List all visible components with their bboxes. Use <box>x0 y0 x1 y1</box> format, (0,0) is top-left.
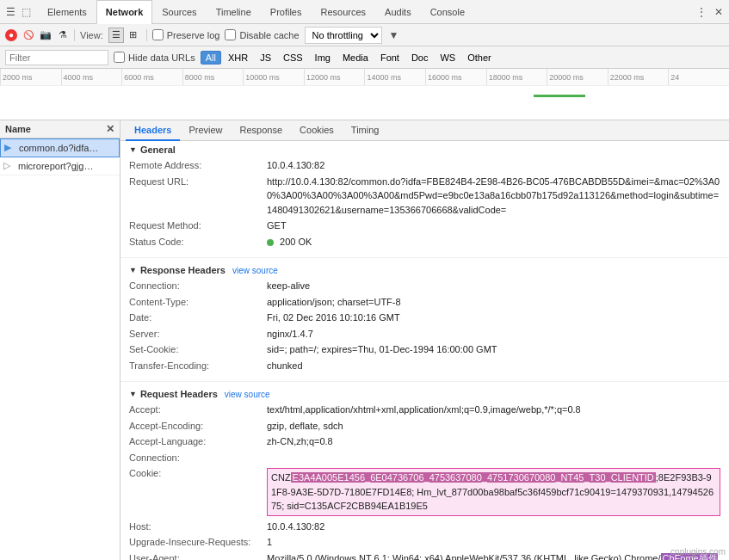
resp-date-row: Date: Fri, 02 Dec 2016 10:10:16 GMT <box>129 311 720 325</box>
cookie-highlighted-block: CNZE3A4A005E1456_6E04736706_4753637080_4… <box>267 468 720 516</box>
devtools-pointer-icon[interactable]: ☰ <box>3 5 17 19</box>
throttle-dropdown-icon[interactable]: ▼ <box>387 28 401 42</box>
tick-4: 8000 ms <box>182 69 244 85</box>
resp-server-row: Server: nginx/1.4.7 <box>129 327 720 342</box>
remote-address-label: Remote Address: <box>129 158 267 173</box>
throttle-select[interactable]: No throttling <box>305 27 382 44</box>
tab-profiles[interactable]: Profiles <box>261 0 312 24</box>
devtools-cursor-icon[interactable]: ⬚ <box>19 5 33 19</box>
tick-6: 12000 ms <box>304 69 365 85</box>
req-accept-value: text/html,application/xhtml+xml,applicat… <box>267 403 581 417</box>
network-toolbar: ● 🚫 📷 ⚗ View: ☰ ⊞ Preserve log Disable c… <box>0 24 729 46</box>
remote-address-row: Remote Address: 10.0.4.130:82 <box>129 158 720 173</box>
resp-transfer-encoding-value: chunked <box>267 359 303 373</box>
req-user-agent-row: User-Agent: Mozilla/5.0 (Windows NT 6.1;… <box>129 551 720 561</box>
req-host-value: 10.0.4.130:82 <box>267 520 324 534</box>
tab-console[interactable]: Console <box>421 0 474 24</box>
resp-connection-row: Connection: keep-alive <box>129 279 720 293</box>
filter-input[interactable] <box>5 50 108 65</box>
request-url-row: Request URL: http://10.0.4.130:82/common… <box>129 175 720 218</box>
tick-12: 24 <box>668 69 729 85</box>
disable-cache-checkbox[interactable] <box>225 29 236 40</box>
req-accept-language-label: Accept-Language: <box>129 434 267 449</box>
hide-data-urls-label: Hide data URLs <box>128 52 195 63</box>
req-accept-language-row: Accept-Language: zh-CN,zh;q=0.8 <box>129 434 720 449</box>
cookie-pre: CNZ <box>271 472 291 483</box>
resp-transfer-encoding-label: Transfer-Encoding: <box>129 359 267 373</box>
request-headers-header[interactable]: ▼ Request Headers view source <box>129 389 720 399</box>
filter-doc[interactable]: Doc <box>406 51 434 65</box>
tab-sources[interactable]: Sources <box>152 0 206 24</box>
detail-tab-headers[interactable]: Headers <box>126 120 180 141</box>
req-connection-label: Connection: <box>129 451 267 465</box>
more-options-icon[interactable]: ⋮ <box>695 5 708 19</box>
response-headers-header[interactable]: ▼ Response Headers view source <box>129 265 720 275</box>
response-headers-view-source[interactable]: view source <box>232 266 278 275</box>
timeline-area: 2000 ms 4000 ms 6000 ms 8000 ms 10000 ms… <box>0 69 729 120</box>
filter-media[interactable]: Media <box>337 51 374 65</box>
preserve-log-checkbox[interactable] <box>152 29 164 40</box>
file-item-0[interactable]: ▶ common.do?idfa… <box>0 138 120 157</box>
request-headers-view-source[interactable]: view source <box>225 390 270 399</box>
tick-7: 14000 ms <box>364 69 425 85</box>
resp-content-type-row: Content-Type: application/json; charset=… <box>129 295 720 310</box>
file-name-1: microreport?gjg… <box>18 161 93 171</box>
req-connection-row: Connection: <box>129 451 720 465</box>
req-host-label: Host: <box>129 520 267 534</box>
tick-9: 18000 ms <box>486 69 547 85</box>
general-section-header[interactable]: ▼ General <box>129 145 720 155</box>
request-url-value: http://10.0.4.130:82/common.do?idfa=FBE8… <box>267 175 720 218</box>
filter-css[interactable]: CSS <box>278 51 308 65</box>
detail-tab-timing[interactable]: Timing <box>343 120 388 141</box>
tick-1: 2000 ms <box>0 69 61 85</box>
request-headers-triangle: ▼ <box>129 390 137 398</box>
req-cookie-value: CNZE3A4A005E1456_6E04736706_4753637080_4… <box>267 466 720 518</box>
divider-1 <box>120 257 729 258</box>
clear-button[interactable]: 🚫 <box>22 29 34 41</box>
request-url-label: Request URL: <box>129 175 267 218</box>
view-grid-icon[interactable]: ⊞ <box>126 28 141 43</box>
filter-all[interactable]: All <box>201 51 221 65</box>
tab-resources[interactable]: Resources <box>311 0 375 24</box>
filter-ws[interactable]: WS <box>435 51 460 65</box>
close-detail-icon[interactable]: ✕ <box>106 123 114 135</box>
corner-icons: ⋮ ✕ <box>695 5 726 19</box>
close-devtools-icon[interactable]: ✕ <box>712 5 726 19</box>
filter-xhr[interactable]: XHR <box>223 51 253 65</box>
camera-icon[interactable]: 📷 <box>40 29 52 41</box>
detail-tab-preview[interactable]: Preview <box>180 120 231 141</box>
record-button[interactable]: ● <box>5 29 17 41</box>
resp-content-type-value: application/json; charset=UTF-8 <box>267 295 401 310</box>
file-item-1[interactable]: ▷ microreport?gjg… <box>0 157 120 175</box>
filter-font[interactable]: Font <box>375 51 405 65</box>
tab-timeline[interactable]: Timeline <box>207 0 261 24</box>
filter-img[interactable]: Img <box>310 51 336 65</box>
toolbar-divider-1 <box>74 29 75 41</box>
req-cookie-label: Cookie: <box>129 466 267 518</box>
tab-elements[interactable]: Elements <box>38 0 96 24</box>
resp-server-value: nginx/1.4.7 <box>267 327 313 342</box>
filter-other[interactable]: Other <box>462 51 497 65</box>
filter-row: Hide data URLs All XHR JS CSS Img Media … <box>0 46 729 69</box>
status-code-text: 200 OK <box>280 237 312 247</box>
file-name-0: common.do?idfa… <box>19 143 98 153</box>
detail-tab-cookies[interactable]: Cookies <box>291 120 343 141</box>
file-list-name-label: Name <box>5 124 31 134</box>
req-host-row: Host: 10.0.4.130:82 <box>129 520 720 534</box>
tab-network[interactable]: Network <box>96 0 152 24</box>
response-headers-triangle: ▼ <box>129 266 137 274</box>
filter-icon[interactable]: ⚗ <box>57 29 69 41</box>
detail-tab-response[interactable]: Response <box>232 120 292 141</box>
main-area: Name ✕ ▶ common.do?idfa… ▷ microreport?g… <box>0 120 729 560</box>
resp-set-cookie-label: Set-Cookie: <box>129 342 267 357</box>
filter-js[interactable]: JS <box>255 51 276 65</box>
timeline-content <box>0 86 729 120</box>
tab-audits[interactable]: Audits <box>375 0 421 24</box>
status-dot-green <box>267 239 274 246</box>
req-accept-encoding-value: gzip, deflate, sdch <box>267 419 343 434</box>
timeline-bar <box>534 95 585 97</box>
view-list-icon[interactable]: ☰ <box>108 28 124 43</box>
general-title: General <box>140 145 176 155</box>
hide-data-urls-checkbox[interactable] <box>114 52 125 63</box>
disable-cache-label: Disable cache <box>239 30 299 40</box>
